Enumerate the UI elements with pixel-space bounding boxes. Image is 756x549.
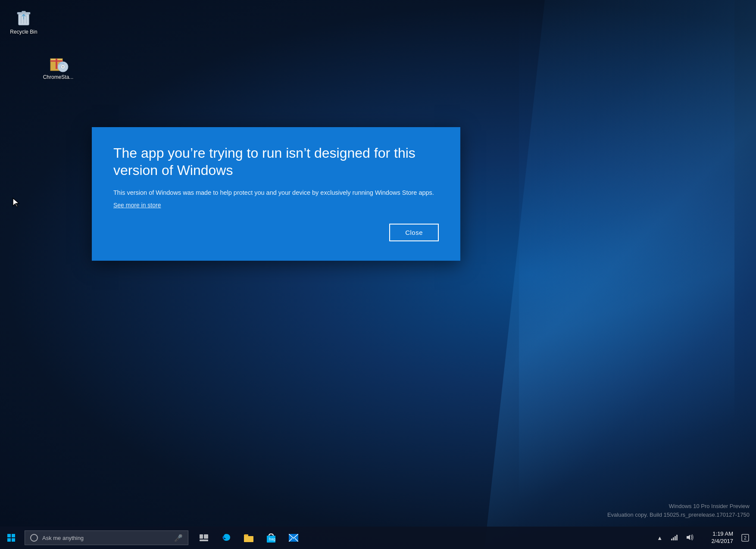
svg-rect-17	[200, 534, 203, 539]
svg-rect-21	[245, 534, 248, 536]
show-hidden-icons[interactable]: ▲	[653, 535, 667, 541]
desktop-bg-effect2	[519, 0, 734, 549]
svg-rect-18	[204, 534, 208, 539]
svg-rect-20	[244, 536, 253, 542]
taskbar-right: ▲	[653, 527, 756, 549]
mouse-cursor	[12, 197, 21, 208]
dialog-link[interactable]: See more in store	[113, 202, 161, 209]
svg-rect-30	[676, 535, 678, 540]
notification-button[interactable]: 2	[737, 527, 754, 549]
store-button[interactable]: bag	[260, 527, 282, 549]
svg-rect-14	[12, 534, 15, 537]
edge-button[interactable]	[215, 527, 237, 549]
clock-date: 2/4/2017	[711, 538, 733, 545]
dialog-body: This version of Windows was made to help…	[113, 188, 439, 198]
clock-time: 1:19 AM	[712, 530, 733, 538]
svg-rect-15	[7, 538, 11, 542]
svg-rect-19	[200, 540, 208, 541]
start-button[interactable]	[0, 527, 22, 549]
svg-rect-2	[22, 11, 26, 13]
recycle-bin-image	[13, 6, 34, 27]
desktop: Recycle Bin Ch	[0, 0, 756, 549]
notification-badge: 2	[744, 536, 747, 540]
volume-tray-icon[interactable]	[682, 534, 698, 542]
search-placeholder: Ask me anything	[42, 535, 84, 541]
search-bar[interactable]: Ask me anything 🎤	[25, 530, 188, 545]
svg-marker-31	[687, 535, 690, 540]
chromesta-icon[interactable]: ChromeSta...	[41, 52, 75, 81]
svg-rect-28	[673, 537, 674, 540]
dialog-title: The app you’re trying to run isn’t desig…	[113, 144, 439, 179]
dialog-actions: Close	[113, 224, 439, 241]
file-explorer-button[interactable]	[237, 527, 260, 549]
watermark-line1: Windows 10 Pro Insider Preview	[607, 502, 750, 511]
chromesta-image	[48, 52, 69, 72]
watermark-line2: Evaluation copy. Build 15025.rs_prerelea…	[607, 511, 750, 519]
network-icon	[671, 534, 678, 542]
svg-rect-27	[671, 539, 672, 540]
svg-point-12	[62, 66, 64, 68]
chevron-up-icon: ▲	[657, 535, 662, 541]
error-dialog: The app you’re trying to run isn’t desig…	[92, 127, 460, 261]
task-view-button[interactable]	[193, 527, 215, 549]
svg-rect-29	[675, 536, 676, 540]
network-tray-icon[interactable]	[667, 534, 682, 542]
recycle-bin-icon[interactable]: Recycle Bin	[6, 6, 41, 36]
taskbar-apps: bag	[193, 527, 305, 549]
recycle-bin-label: Recycle Bin	[10, 29, 37, 36]
close-button[interactable]: Close	[389, 224, 439, 241]
volume-icon	[687, 534, 694, 542]
windows-watermark: Windows 10 Pro Insider Preview Evaluatio…	[607, 502, 750, 519]
mail-button[interactable]	[282, 527, 305, 549]
svg-text:bag: bag	[269, 537, 275, 541]
svg-rect-9	[50, 60, 62, 62]
system-clock[interactable]: 1:19 AM 2/4/2017	[698, 530, 737, 545]
search-circle-icon	[30, 534, 38, 542]
taskbar: Ask me anything 🎤	[0, 527, 756, 549]
chromesta-label: ChromeSta...	[43, 74, 74, 81]
microphone-icon[interactable]: 🎤	[174, 534, 183, 542]
desktop-icons-area: Recycle Bin Ch	[0, 0, 13, 13]
svg-rect-16	[12, 538, 15, 542]
svg-rect-13	[7, 534, 11, 537]
svg-rect-8	[56, 59, 57, 69]
